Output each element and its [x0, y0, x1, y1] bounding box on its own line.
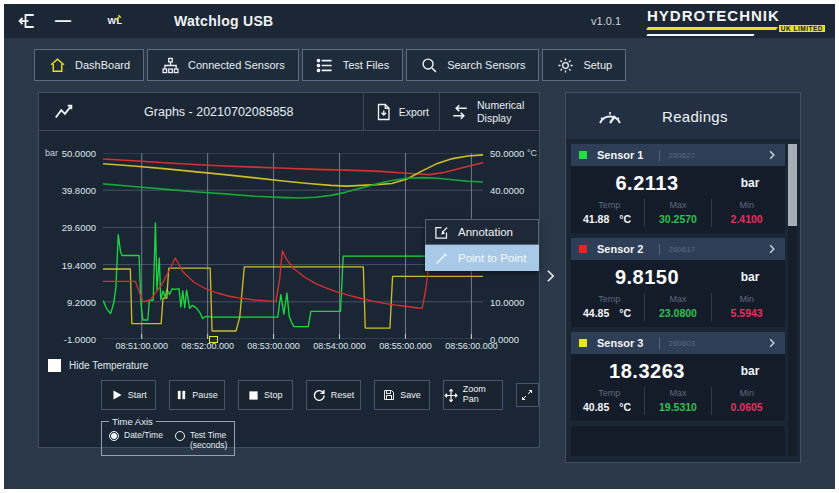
gear-icon — [556, 56, 574, 74]
divider — [659, 244, 660, 255]
chart-series-sensor-2-temperature-red-c- — [103, 159, 483, 175]
context-menu-item-point-to-point[interactable]: Point to Point — [425, 245, 539, 271]
reset-label: Reset — [331, 390, 355, 400]
time-axis-legend: Time Axis — [109, 416, 156, 427]
left-axis-tick: 9.2000 — [67, 296, 96, 307]
nav-item-test-files[interactable]: Test Files — [302, 49, 403, 81]
min-value: 2.4100 — [712, 213, 781, 225]
sensor-card-header[interactable]: Sensor 1 260627 — [571, 144, 785, 166]
reset-button[interactable]: Reset — [306, 380, 361, 410]
context-menu-item-annotation[interactable]: Annotation — [425, 219, 539, 245]
radio-test-time[interactable]: Test Time (seconds) — [175, 430, 227, 450]
divider — [659, 338, 660, 349]
radio-button-selected[interactable] — [109, 431, 119, 441]
max-value: 19.5310 — [645, 401, 712, 413]
stat-label: Max — [645, 294, 712, 304]
export-label: Export — [399, 106, 429, 118]
move-icon — [444, 388, 458, 403]
radio-date-time[interactable]: Date/Time — [109, 430, 163, 450]
radio-button[interactable] — [175, 431, 185, 441]
time-axis-group: Time Axis Date/Time Test Time (seconds) — [101, 416, 235, 456]
nav-item-dashboard[interactable]: DashBoard — [34, 49, 144, 81]
list-icon — [316, 56, 334, 74]
context-menu-label: Annotation — [458, 226, 513, 238]
nav-label: Test Files — [343, 59, 389, 71]
annotation-icon — [434, 225, 449, 240]
temp-unit: °C — [619, 213, 631, 225]
hide-temperature-checkbox[interactable] — [48, 359, 61, 372]
sensor-card-header[interactable]: Sensor 3 260603 — [571, 332, 785, 354]
panel-expander[interactable] — [543, 256, 557, 296]
chevron-right-icon — [767, 338, 777, 348]
app-window: — WL Watchlog USB v1.0.1 HYDROTECHNIK UK… — [0, 0, 839, 493]
save-label: Save — [400, 390, 421, 400]
temp-unit: °C — [619, 307, 631, 319]
sensor-value: 6.2113 — [575, 172, 719, 195]
stop-button[interactable]: Stop — [238, 380, 293, 410]
title-bar: — WL Watchlog USB v1.0.1 HYDROTECHNIK UK… — [4, 4, 835, 38]
stat-label: Temp — [575, 294, 644, 304]
chart-series-sensor-1-temperature-green-c- — [103, 178, 483, 198]
start-button[interactable]: Start — [101, 380, 156, 410]
brand-name: HYDROTECHNIK — [647, 7, 825, 24]
sensor-color-indicator — [579, 151, 587, 159]
readings-scrollbar[interactable] — [788, 144, 797, 456]
temp-value: 41.88 — [583, 213, 609, 225]
chevron-right-icon — [767, 244, 777, 254]
nav-label: Setup — [583, 59, 612, 71]
left-axis: bar 50.000039.800029.600019.40009.2000-1… — [39, 153, 103, 339]
stat-label: Max — [645, 200, 712, 210]
version-label: v1.0.1 — [591, 15, 621, 27]
chevron-right-icon — [546, 269, 555, 283]
graph-title: Graphs - 20210702085858 — [75, 105, 363, 119]
numerical-display-label: Numerical Display — [477, 99, 529, 123]
sensor-card: Sensor 1 260627 6.2113 bar Temp 41.88°C — [571, 144, 785, 233]
fullscreen-button[interactable] — [516, 383, 539, 407]
save-button[interactable]: Save — [374, 380, 429, 410]
stat-min: Min 2.4100 — [712, 199, 781, 227]
zoom-pan-label: Zoom Pan — [463, 385, 502, 405]
numerical-display-button[interactable]: Numerical Display — [439, 93, 539, 131]
gauge-icon — [596, 105, 624, 127]
sensor-card-header[interactable]: Sensor 2 260617 — [571, 238, 785, 260]
nav-item-search-sensors[interactable]: Search Sensors — [406, 49, 539, 81]
right-axis-unit: °C — [527, 148, 537, 158]
logout-icon[interactable] — [14, 10, 40, 32]
nav-label: DashBoard — [75, 59, 130, 71]
radio-label: Date/Time — [124, 430, 163, 440]
brand-stripe-white — [646, 34, 754, 36]
zoom-pan-button[interactable]: Zoom Pan — [443, 380, 503, 410]
brand-stripe-yellow — [646, 27, 778, 30]
sensor-id: 260627 — [668, 151, 695, 160]
scrollbar-thumb[interactable] — [788, 144, 797, 226]
stat-label: Min — [712, 294, 781, 304]
save-icon — [383, 389, 395, 401]
max-value: 23.0800 — [645, 307, 712, 319]
sensor-card: Sensor 2 260617 9.8150 bar Temp 44.85°C — [571, 238, 785, 327]
minimize-icon[interactable]: — — [50, 10, 76, 32]
nav-item-setup[interactable]: Setup — [542, 49, 626, 81]
export-button[interactable]: Export — [363, 93, 439, 131]
x-axis-tick-label: 08:54:00.000 — [313, 341, 366, 351]
sensor-value: 18.3263 — [575, 360, 719, 383]
chart-series-sensor-3-temperature-yellow-c- — [103, 155, 483, 186]
min-value: 0.0605 — [712, 401, 781, 413]
stat-label: Min — [712, 200, 781, 210]
right-axis-tick: 40.0000 — [490, 185, 524, 196]
temp-value: 40.85 — [583, 401, 609, 413]
pencil-icon — [434, 251, 449, 266]
play-icon — [111, 389, 123, 401]
brand-sub-label: UK LIMITED — [779, 25, 825, 32]
nav-item-connected-sensors[interactable]: Connected Sensors — [147, 49, 299, 81]
graph-panel: Graphs - 20210702085858 Export Numerical… — [38, 92, 540, 448]
empty-card-slot — [571, 426, 785, 456]
left-axis-tick: 50.0000 — [62, 148, 96, 159]
stat-label: Temp — [575, 388, 644, 398]
search-icon — [420, 56, 438, 74]
pause-button[interactable]: Pause — [169, 380, 224, 410]
pdf-icon — [374, 103, 392, 121]
sensor-card: Sensor 3 260603 18.3263 bar Temp 40.85°C — [571, 332, 785, 421]
stop-label: Stop — [264, 390, 283, 400]
divider — [659, 150, 660, 161]
sensor-card-body: 6.2113 bar Temp 41.88°C Max 30.2570 — [571, 166, 785, 233]
